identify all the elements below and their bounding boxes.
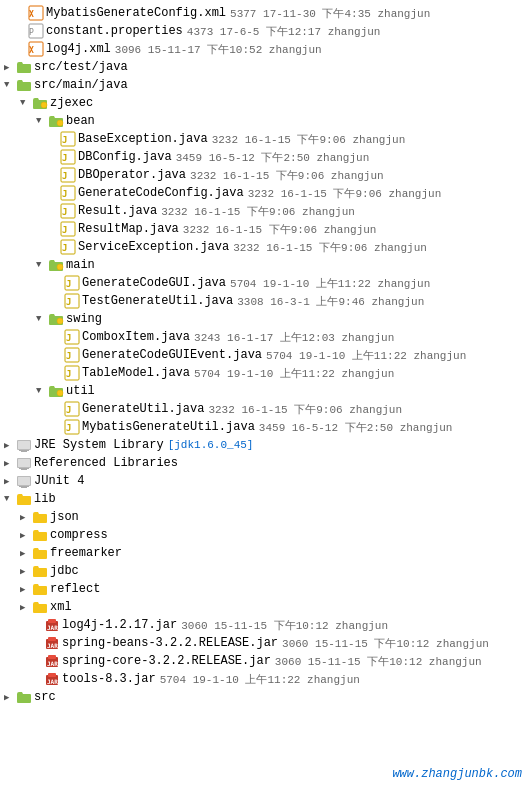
icon-java: J [60,131,78,147]
label-log4j-xml: log4j.xml [46,42,111,56]
svg-rect-49 [19,486,29,487]
icon-java: J [60,167,78,183]
tree-item-jre-system-library[interactable]: JRE System Library [jdk1.6.0_45] [0,436,530,454]
meta-TestGenerateUtil: 3308 16-3-1 上午9:46 zhangjun [237,294,424,309]
svg-point-27 [57,318,63,324]
icon-folder-src [16,689,34,705]
tree-item-TableModel[interactable]: J TableModel.java 5704 19-1-10 上午11:22 z… [0,364,530,382]
icon-pkg [48,113,66,129]
arrow-referenced-libraries[interactable] [4,458,16,469]
svg-text:J: J [66,279,71,289]
tree-item-spring-core-jar[interactable]: JAR spring-core-3.2.2.RELEASE.jar 3060 1… [0,652,530,670]
arrow-util[interactable] [36,386,48,396]
tree-item-freemarker[interactable]: freemarker [0,544,530,562]
icon-java: J [64,401,82,417]
tree-item-GenerateCodeGUIEvent[interactable]: J GenerateCodeGUIEvent.java 5704 19-1-10… [0,346,530,364]
arrow-jre-system-library[interactable] [4,440,16,451]
svg-rect-58 [48,655,56,659]
label-src-bottom: src [34,690,56,704]
arrow-json[interactable] [20,512,32,523]
arrow-bean[interactable] [36,116,48,126]
tree-item-log4j-jar[interactable]: JAR log4j-1.2.17.jar 3060 15-11-15 下午10:… [0,616,530,634]
icon-jar: JAR [44,671,62,687]
tree-item-jdbc[interactable]: jdbc [0,562,530,580]
svg-text:J: J [66,351,71,361]
tree-item-xml[interactable]: xml [0,598,530,616]
icon-java: J [64,275,82,291]
tree-item-lib[interactable]: lib [0,490,530,508]
tree-item-DBOperator[interactable]: J DBOperator.java 3232 16-1-15 下午9:06 zh… [0,166,530,184]
label-tools-jar: tools-8.3.jar [62,672,156,686]
arrow-src-bottom[interactable] [4,692,16,703]
label-GenerateCodeGUIEvent: GenerateCodeGUIEvent.java [82,348,262,362]
tree-item-BaseException[interactable]: J BaseException.java 3232 16-1-15 下午9:06… [0,130,530,148]
arrow-zjexec[interactable] [20,98,32,108]
tree-item-src-main-java[interactable]: src/main/java [0,76,530,94]
icon-java: J [64,293,82,309]
tree-item-GenerateUtil[interactable]: J GenerateUtil.java 3232 16-1-15 下午9:06 … [0,400,530,418]
link-jre-system-library[interactable]: [jdk1.6.0_45] [168,439,254,451]
label-freemarker: freemarker [50,546,122,560]
tree-item-TestGenerateUtil[interactable]: J TestGenerateUtil.java 3308 16-3-1 上午9:… [0,292,530,310]
arrow-compress[interactable] [20,530,32,541]
arrow-swing[interactable] [36,314,48,324]
tree-item-constant-props[interactable]: P constant.properties 4373 17-6-5 下午12:1… [0,22,530,40]
label-constant-props: constant.properties [46,24,183,38]
tree-item-mybatis-gen-config[interactable]: X MybatisGenerateConfig.xml 5377 17-11-3… [0,4,530,22]
tree-item-tools-jar[interactable]: JAR tools-8.3.jar 5704 19-1-10 上午11:22 z… [0,670,530,688]
icon-java: J [64,419,82,435]
tree-item-util[interactable]: util [0,382,530,400]
icon-jar: JAR [44,653,62,669]
tree-item-referenced-libraries[interactable]: Referenced Libraries [0,454,530,472]
arrow-main[interactable] [36,260,48,270]
tree-item-spring-beans-jar[interactable]: JAR spring-beans-3.2.2.RELEASE.jar 3060 … [0,634,530,652]
svg-text:J: J [62,153,67,163]
arrow-lib[interactable] [4,494,16,504]
tree-item-swing[interactable]: swing [0,310,530,328]
tree-item-junit4[interactable]: JUnit 4 [0,472,530,490]
label-xml: xml [50,600,72,614]
arrow-reflect[interactable] [20,584,32,595]
tree-item-DBConfig[interactable]: J DBConfig.java 3459 16-5-12 下午2:50 zhan… [0,148,530,166]
icon-java: J [60,203,78,219]
label-BaseException: BaseException.java [78,132,208,146]
tree-item-bean[interactable]: bean [0,112,530,130]
arrow-src-test-java[interactable] [4,62,16,73]
label-json: json [50,510,79,524]
tree-item-src-test-java[interactable]: src/test/java [0,58,530,76]
svg-rect-44 [18,459,30,467]
svg-text:J: J [66,423,71,433]
arrow-jdbc[interactable] [20,566,32,577]
arrow-junit4[interactable] [4,476,16,487]
icon-java: J [60,149,78,165]
icon-xml: X [28,41,46,57]
tree-item-reflect[interactable]: reflect [0,580,530,598]
meta-mybatis-gen-config: 5377 17-11-30 下午4:35 zhangjun [230,6,430,21]
svg-rect-55 [48,637,56,641]
tree-item-json[interactable]: json [0,508,530,526]
svg-rect-61 [48,673,56,677]
tree-item-Result[interactable]: J Result.java 3232 16-1-15 下午9:06 zhangj… [0,202,530,220]
label-compress: compress [50,528,108,542]
tree-item-src-bottom[interactable]: src [0,688,530,706]
tree-item-zjexec[interactable]: zjexec [0,94,530,112]
arrow-xml[interactable] [20,602,32,613]
tree-item-main[interactable]: main [0,256,530,274]
meta-GenerateCodeGUI: 5704 19-1-10 上午11:22 zhangjun [230,276,430,291]
tree-item-ResultMap[interactable]: J ResultMap.java 3232 16-1-15 下午9:06 zha… [0,220,530,238]
arrow-src-main-java[interactable] [4,80,16,90]
meta-ResultMap: 3232 16-1-15 下午9:06 zhangjun [183,222,377,237]
tree-item-ComboxItem[interactable]: J ComboxItem.java 3243 16-1-17 上午12:03 z… [0,328,530,346]
icon-sys [16,455,34,471]
tree-item-GenerateCodeGUI[interactable]: J GenerateCodeGUI.java 5704 19-1-10 上午11… [0,274,530,292]
svg-rect-42 [21,451,27,452]
svg-text:JAR: JAR [47,660,58,667]
svg-rect-45 [19,468,29,469]
tree-item-GenerateCodeConfig[interactable]: J GenerateCodeConfig.java 3232 16-1-15 下… [0,184,530,202]
tree-item-compress[interactable]: compress [0,526,530,544]
tree-item-log4j-xml[interactable]: X log4j.xml 3096 15-11-17 下午10:52 zhangj… [0,40,530,58]
svg-text:P: P [29,28,34,37]
arrow-freemarker[interactable] [20,548,32,559]
tree-item-ServiceException[interactable]: J ServiceException.java 3232 16-1-15 下午9… [0,238,530,256]
tree-item-MybatisGenerateUtil[interactable]: J MybatisGenerateUtil.java 3459 16-5-12 … [0,418,530,436]
